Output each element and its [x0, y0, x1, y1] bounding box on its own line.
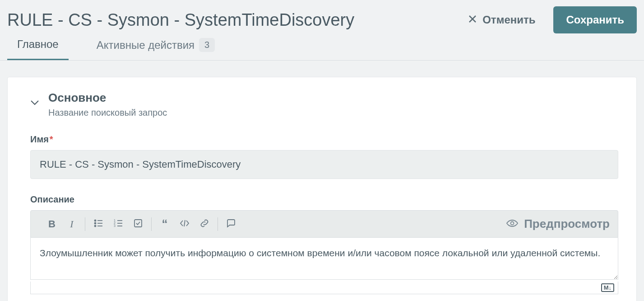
editor-toolbar: B I 123 — [30, 210, 618, 238]
description-field-label: Описание — [30, 194, 618, 205]
section-title: Основное — [48, 91, 167, 105]
preview-label: Предпросмотр — [524, 217, 610, 231]
comment-button[interactable] — [225, 218, 237, 230]
name-input[interactable] — [30, 150, 618, 179]
cancel-button[interactable]: Отменить — [468, 14, 535, 26]
section-toggle[interactable] — [30, 99, 39, 107]
code-button[interactable] — [179, 218, 190, 230]
svg-rect-14 — [134, 220, 142, 227]
bold-button[interactable]: B — [46, 218, 58, 230]
chevron-down-icon — [30, 99, 39, 107]
comment-icon — [226, 218, 236, 230]
description-textarea[interactable] — [30, 238, 618, 280]
numbered-list-button[interactable]: 123 — [112, 218, 124, 230]
preview-button[interactable]: Предпросмотр — [506, 217, 610, 231]
code-icon — [179, 218, 190, 230]
svg-point-16 — [511, 222, 514, 225]
page-title: RULE - CS - Sysmon - SystemTimeDiscovery — [7, 10, 354, 30]
svg-point-4 — [95, 222, 96, 224]
checklist-icon — [133, 218, 143, 230]
bullet-list-icon — [93, 218, 103, 230]
svg-point-2 — [95, 220, 96, 221]
link-button[interactable] — [199, 218, 210, 230]
blockquote-button[interactable]: “ — [159, 218, 171, 230]
svg-point-6 — [95, 225, 96, 226]
italic-button[interactable]: I — [66, 218, 78, 230]
tab-main-label: Главное — [17, 38, 59, 51]
tab-main[interactable]: Главное — [7, 38, 69, 60]
markdown-icon: M↓ — [601, 283, 614, 292]
checklist-button[interactable] — [132, 218, 144, 230]
close-icon — [468, 14, 477, 26]
tab-active-actions[interactable]: Активные действия 3 — [87, 38, 225, 60]
tab-actions-label: Активные действия — [97, 39, 195, 52]
tab-actions-badge: 3 — [199, 38, 215, 52]
cancel-label: Отменить — [482, 14, 535, 26]
section-subtitle: Название поисковый запрос — [48, 108, 167, 118]
bullet-list-button[interactable] — [93, 218, 104, 230]
eye-icon — [506, 217, 519, 231]
link-icon — [199, 218, 209, 230]
numbered-list-icon: 123 — [113, 218, 123, 230]
save-button[interactable]: Сохранить — [553, 6, 637, 33]
name-field-label: Имя* — [30, 134, 618, 145]
svg-text:3: 3 — [114, 224, 116, 227]
quote-icon: “ — [162, 217, 168, 231]
svg-line-15 — [184, 220, 185, 226]
